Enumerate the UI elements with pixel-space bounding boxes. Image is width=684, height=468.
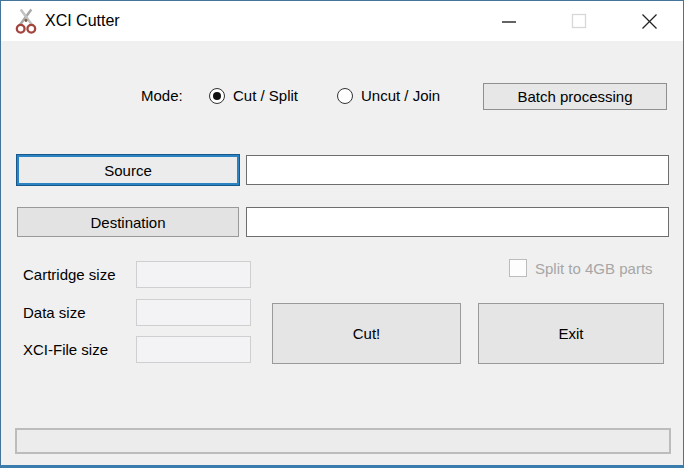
cut-button[interactable]: Cut! (272, 303, 461, 364)
cartridge-size-field (136, 261, 251, 288)
client-area: Mode: Cut / Split Uncut / Join Batch pro… (1, 41, 683, 465)
cartridge-size-label: Cartridge size (23, 266, 116, 283)
exit-button[interactable]: Exit (478, 303, 664, 364)
window-title: XCI Cutter (45, 1, 120, 41)
data-size-label: Data size (23, 304, 86, 321)
close-button[interactable] (627, 1, 671, 41)
radio-cut-split-label[interactable]: Cut / Split (233, 87, 298, 104)
radio-uncut-join[interactable] (337, 88, 353, 104)
destination-path-input[interactable] (246, 207, 669, 237)
close-icon (641, 13, 658, 30)
minimize-button[interactable] (487, 1, 531, 41)
destination-button[interactable]: Destination (17, 207, 239, 237)
source-path-input[interactable] (246, 155, 669, 185)
mode-label: Mode: (141, 87, 183, 104)
titlebar[interactable]: XCI Cutter (1, 1, 683, 41)
xci-file-size-label: XCI-File size (23, 341, 108, 358)
radio-uncut-join-label[interactable]: Uncut / Join (361, 87, 440, 104)
split-4gb-checkbox[interactable] (509, 259, 527, 277)
batch-processing-button[interactable]: Batch processing (483, 83, 667, 110)
maximize-button[interactable] (557, 1, 601, 41)
xci-file-size-field (136, 336, 251, 363)
split-4gb-checkbox-label[interactable]: Split to 4GB parts (535, 260, 653, 277)
minimize-icon (501, 13, 517, 29)
scissors-icon (14, 8, 38, 35)
radio-cut-split[interactable] (209, 88, 225, 104)
data-size-field (136, 299, 251, 326)
app-window: XCI Cutter Mode: Cut / Split Uncut / Joi… (0, 0, 684, 468)
progress-bar (15, 428, 671, 454)
maximize-icon (571, 13, 587, 29)
source-button[interactable]: Source (17, 155, 239, 185)
